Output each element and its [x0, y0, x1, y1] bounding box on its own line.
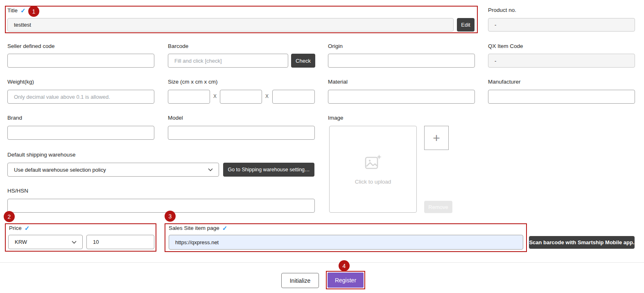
- material-input[interactable]: [328, 90, 475, 104]
- image-upload-icon: [364, 154, 382, 172]
- chevron-down-icon: [72, 239, 77, 245]
- size-separator-2: X: [265, 93, 269, 99]
- footer-divider: [0, 262, 644, 263]
- required-check-icon: ✓: [25, 225, 30, 232]
- barcode-input[interactable]: [168, 54, 288, 68]
- price-amount-input[interactable]: [86, 235, 154, 249]
- product-no-label: Product no.: [488, 7, 516, 13]
- image-upload-dropzone[interactable]: Click to upload: [329, 126, 417, 213]
- warehouse-label: Default shipping warehouse: [7, 152, 76, 158]
- brand-input[interactable]: [7, 126, 154, 140]
- currency-selected-value: KRW: [15, 239, 27, 245]
- image-remove-button[interactable]: Remove: [424, 201, 452, 213]
- product-no-input: [488, 18, 635, 32]
- qx-item-code-label: QX Item Code: [488, 43, 523, 49]
- origin-label: Origin: [328, 43, 343, 49]
- hs-hsn-label: HS/HSN: [7, 188, 28, 194]
- manufacturer-input[interactable]: [488, 90, 635, 104]
- warehouse-select[interactable]: Use default warehouse selection policy: [7, 163, 219, 177]
- image-add-button[interactable]: +: [424, 126, 449, 150]
- barcode-check-button[interactable]: Check: [291, 54, 315, 68]
- scan-barcode-button[interactable]: Scan barcode with Smartship Mobile app.: [529, 236, 635, 249]
- price-label: Price: [9, 225, 22, 231]
- goto-warehouse-setting-button[interactable]: Go to Shipping warehouse setting…: [223, 163, 314, 177]
- initialize-button[interactable]: Initialize: [281, 273, 319, 288]
- brand-label: Brand: [7, 115, 22, 121]
- sales-site-label: Sales Site item page: [169, 225, 219, 231]
- weight-label: Weight(kg): [7, 79, 34, 85]
- seller-code-label: Seller defined code: [7, 43, 55, 49]
- origin-input[interactable]: [328, 54, 475, 68]
- plus-icon: +: [433, 131, 440, 145]
- seller-code-input[interactable]: [7, 54, 154, 68]
- warehouse-selected-value: Use default warehouse selection policy: [14, 167, 106, 173]
- size-label: Size (cm x cm x cm): [168, 79, 218, 85]
- annotation-badge-1: 1: [28, 6, 39, 17]
- annotation-badge-3: 3: [165, 211, 176, 222]
- annotation-badge-4: 4: [339, 260, 350, 271]
- sales-site-input[interactable]: [169, 235, 523, 250]
- title-label: Title: [7, 7, 18, 14]
- image-label: Image: [328, 115, 343, 121]
- chevron-down-icon: [208, 167, 213, 173]
- barcode-label: Barcode: [168, 43, 188, 49]
- currency-select[interactable]: KRW: [8, 235, 83, 249]
- model-input[interactable]: [168, 126, 315, 140]
- weight-input[interactable]: [7, 90, 154, 104]
- required-check-icon: ✓: [20, 7, 26, 14]
- size-height-input[interactable]: [272, 90, 315, 104]
- title-input[interactable]: [7, 18, 454, 32]
- annotation-badge-2: 2: [4, 211, 15, 222]
- qx-item-code-input: [488, 54, 635, 68]
- register-button[interactable]: Register: [328, 273, 364, 288]
- material-label: Material: [328, 79, 348, 85]
- size-depth-input[interactable]: [220, 90, 262, 104]
- required-check-icon: ✓: [222, 225, 228, 232]
- model-label: Model: [168, 115, 183, 121]
- size-separator-1: X: [213, 93, 217, 99]
- image-upload-text: Click to upload: [355, 179, 391, 185]
- size-width-input[interactable]: [168, 90, 210, 104]
- edit-button[interactable]: Edit: [457, 18, 475, 32]
- hs-hsn-input[interactable]: [7, 199, 315, 213]
- product-registration-form: 1 Title✓ Edit Product no. Seller defined…: [0, 0, 644, 293]
- manufacturer-label: Manufacturer: [488, 79, 521, 85]
